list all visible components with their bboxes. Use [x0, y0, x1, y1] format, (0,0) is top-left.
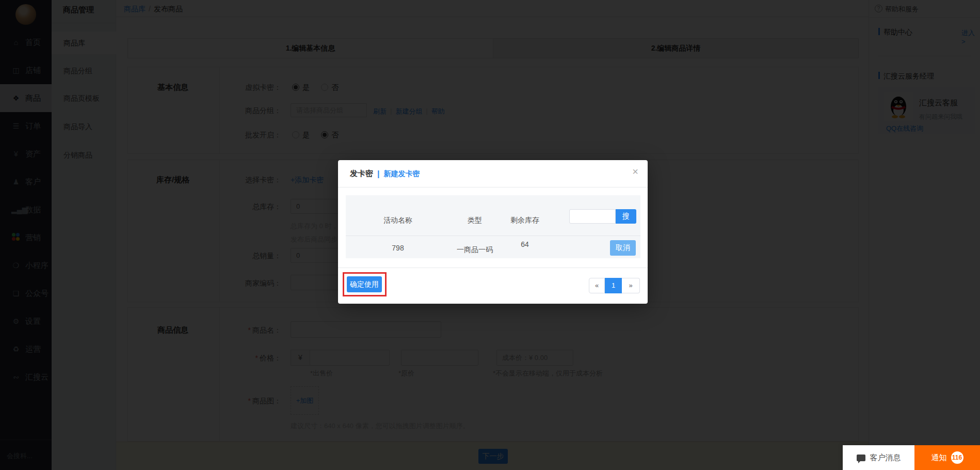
- notifications-button[interactable]: 通知 116: [914, 445, 980, 470]
- pagination: « 1 »: [589, 278, 640, 293]
- search-button[interactable]: 搜: [616, 209, 636, 224]
- column-header-type: 类型: [460, 216, 489, 225]
- modal-search-input[interactable]: [569, 209, 616, 224]
- cancel-button[interactable]: 取消: [610, 240, 636, 256]
- card-key-modal: 发卡密 | 新建发卡密 × 活动名称 类型 剩余库存 搜 798 一商品一码 6…: [338, 160, 648, 304]
- notification-count-badge: 116: [951, 451, 963, 464]
- modal-title-row: 发卡密 | 新建发卡密: [350, 169, 420, 179]
- modal-title-separator: |: [377, 169, 379, 179]
- chat-bubble-icon: [857, 455, 865, 461]
- pagination-page-1[interactable]: 1: [605, 278, 622, 293]
- new-card-key-link[interactable]: 新建发卡密: [383, 169, 420, 179]
- row-remaining-stock: 64: [510, 240, 539, 248]
- column-header-remaining-stock: 剩余库存: [510, 216, 539, 225]
- modal-header-divider: [338, 187, 648, 187]
- confirm-use-button[interactable]: 确定使用: [347, 276, 382, 292]
- row-type: 一商品一码: [457, 245, 493, 255]
- app-screen: ⌂首页 ◫店铺 ❖商品 ☰订单 ¥资产 ♟客户 ▂▄▆数据 营销 ❍小程序 ❏公…: [0, 0, 980, 470]
- customer-messages-button[interactable]: 客户消息: [843, 445, 914, 470]
- modal-title: 发卡密: [350, 169, 373, 179]
- notifications-label: 通知: [931, 453, 947, 463]
- pagination-next[interactable]: »: [622, 278, 640, 293]
- row-activity-name: 798: [383, 244, 412, 252]
- column-header-activity-name: 活动名称: [369, 216, 427, 225]
- customer-messages-label: 客户消息: [870, 453, 901, 463]
- modal-footer-divider: [338, 268, 648, 268]
- close-icon[interactable]: ×: [632, 166, 638, 177]
- table-row-divider: [346, 236, 640, 236]
- pagination-prev[interactable]: «: [589, 278, 605, 293]
